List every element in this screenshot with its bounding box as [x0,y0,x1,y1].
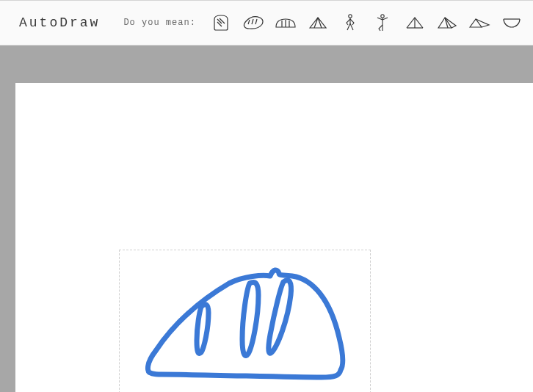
watermelon-slice-icon [502,17,521,29]
suggestion-tent-a[interactable] [302,7,334,39]
suggestion-yoga-standing[interactable] [366,7,399,39]
suggestion-strip [205,7,533,39]
svg-line-4 [252,19,253,24]
tent-a-icon [308,15,327,30]
tent-c-icon [437,15,457,30]
suggestion-yoga-pose[interactable] [334,7,366,39]
suggestion-baguette[interactable] [237,7,269,39]
bread-slice-icon [211,13,231,32]
tent-d-icon [468,16,490,29]
suggestion-tent-d[interactable] [463,7,496,39]
drawing-canvas[interactable] [15,83,533,392]
top-toolbar: AutoDraw Do you mean: [0,0,533,46]
suggestion-prompt: Do you mean: [123,18,195,28]
svg-line-1 [220,18,225,23]
tent-b-icon [405,15,424,30]
suggestion-bread-slice[interactable] [205,7,237,39]
suggestion-watermelon-slice[interactable] [496,7,528,39]
svg-point-7 [381,15,384,18]
yoga-pose-icon [343,13,358,32]
suggestion-bread-loaf[interactable] [269,7,302,39]
baguette-icon [242,15,264,30]
yoga-standing-icon [374,13,391,32]
svg-point-6 [349,15,352,18]
suggestion-tent-b[interactable] [399,7,431,39]
suggestion-tent-c[interactable] [431,7,463,39]
svg-line-3 [248,20,250,24]
bread-loaf-icon [275,16,297,29]
app-title: AutoDraw [19,15,100,30]
user-drawing[interactable] [119,250,369,392]
svg-line-5 [255,19,257,24]
suggestion-onion[interactable] [528,7,533,39]
